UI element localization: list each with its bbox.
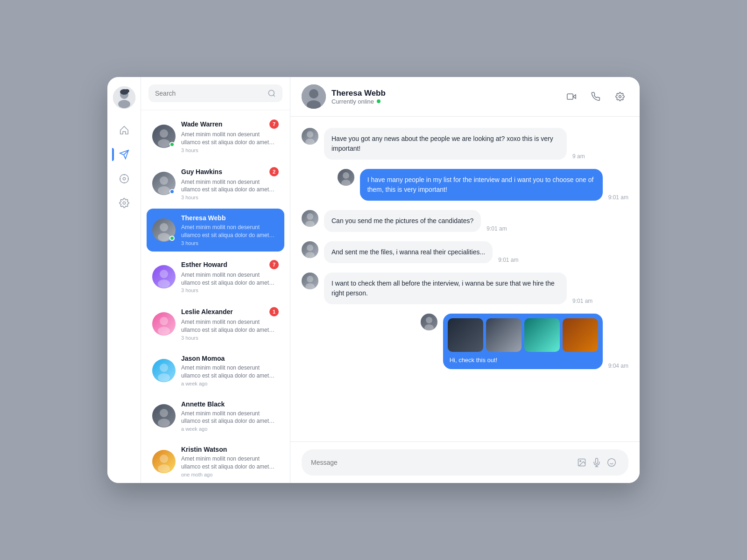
nav-home-btn[interactable]: [114, 120, 134, 140]
conv-item-header: Esther Howard 7: [181, 260, 279, 269]
conversation-item[interactable]: Kristin Watson Amet minim mollit non des…: [147, 440, 284, 483]
svg-point-2: [118, 100, 130, 108]
conv-preview: Amet minim mollit non deserunt ullamco e…: [181, 131, 279, 147]
svg-point-16: [158, 139, 170, 147]
conversation-item[interactable]: Theresa Webb Amet minim mollit non deser…: [147, 209, 284, 252]
search-bar: [141, 77, 290, 110]
app-container: Wade Warren 7 Amet minim mollit non dese…: [107, 77, 640, 483]
image-attach-btn[interactable]: [574, 455, 589, 470]
conv-body: Jason Momoa Amet minim mollit non deseru…: [181, 355, 279, 386]
svg-point-37: [158, 464, 170, 473]
conversation-item[interactable]: Leslie Alexander 1 Amet minim mollit non…: [147, 301, 284, 346]
conv-body: Theresa Webb Amet minim mollit non deser…: [181, 214, 279, 246]
conv-body: Guy Hawkins 2 Amet minim mollit non dese…: [181, 167, 279, 201]
messages-area: Have you got any news about the people w…: [290, 117, 640, 441]
msg-time: 9:04 am: [608, 363, 628, 369]
conv-name: Theresa Webb: [181, 214, 226, 222]
msg-time: 9:01 am: [498, 257, 518, 263]
svg-rect-42: [567, 94, 573, 99]
chat-settings-btn[interactable]: [612, 88, 628, 105]
msg-image-thumb: [524, 318, 560, 352]
search-icon: [268, 89, 276, 98]
unread-badge: 2: [269, 167, 279, 176]
conv-preview: Amet minim mollit non deserunt ullamco e…: [181, 271, 279, 287]
msg-image-thumb: [448, 318, 483, 352]
online-indicator: [169, 142, 175, 147]
conversation-item[interactable]: Guy Hawkins 2 Amet minim mollit non dese…: [147, 161, 284, 206]
video-call-btn[interactable]: [563, 88, 580, 105]
phone-call-btn[interactable]: [587, 88, 604, 105]
search-input[interactable]: [155, 90, 264, 97]
conversation-item[interactable]: Annette Black Amet minim mollit non dese…: [147, 395, 284, 438]
svg-point-36: [160, 455, 168, 463]
conversation-item[interactable]: Esther Howard 7 Amet minim mollit non de…: [147, 254, 284, 299]
nav-messages-btn[interactable]: [114, 144, 134, 165]
chat-input-bar: [290, 441, 640, 483]
conv-avatar-wrap: [152, 265, 176, 288]
svg-point-30: [160, 364, 168, 372]
conv-item-header: Theresa Webb: [181, 214, 279, 222]
svg-point-34: [158, 419, 170, 427]
unread-badge: 7: [269, 119, 279, 129]
msg-images-grid: [448, 318, 598, 352]
svg-point-11: [123, 202, 126, 204]
conv-body: Esther Howard 7 Amet minim mollit non de…: [181, 260, 279, 294]
message-input[interactable]: [311, 459, 574, 466]
conv-time: a week ago: [181, 381, 279, 386]
voice-btn[interactable]: [589, 455, 604, 470]
msg-avatar: [421, 314, 437, 330]
msg-bubble: Have you got any news about the people w…: [324, 128, 567, 160]
conv-time: a week ago: [181, 426, 279, 432]
conversation-item[interactable]: Wade Warren 7 Amet minim mollit non dese…: [147, 114, 284, 159]
msg-bubble: I have many people in my list for the in…: [360, 169, 603, 201]
svg-point-63: [580, 461, 581, 462]
svg-line-13: [273, 95, 275, 96]
unread-badge: 1: [269, 307, 279, 316]
msg-image-thumb: [563, 318, 598, 352]
msg-time: 9:01 am: [572, 298, 592, 304]
msg-avatar: [302, 128, 318, 145]
msg-avatar: [302, 273, 318, 289]
conv-body: Leslie Alexander 1 Amet minim mollit non…: [181, 307, 279, 341]
user-avatar[interactable]: [113, 86, 135, 109]
conv-avatar-wrap: [152, 218, 176, 242]
conv-item-header: Wade Warren 7: [181, 119, 279, 129]
svg-point-5: [120, 175, 128, 183]
message-row: Have you got any news about the people w…: [302, 128, 628, 160]
svg-point-19: [158, 186, 170, 195]
chat-input-wrap[interactable]: [302, 449, 628, 476]
svg-point-4: [125, 89, 129, 93]
conv-avatar: [152, 404, 176, 427]
conv-preview: Amet minim mollit non deserunt ullamco e…: [181, 410, 279, 426]
svg-point-31: [158, 373, 170, 382]
svg-point-66: [608, 459, 616, 467]
chat-main: Theresa Webb Currently online: [290, 77, 640, 483]
svg-point-57: [307, 276, 313, 282]
msg-avatar: [302, 241, 318, 258]
search-input-wrap[interactable]: [148, 84, 282, 102]
conv-name: Kristin Watson: [181, 446, 227, 453]
conv-item-header: Guy Hawkins 2: [181, 167, 279, 176]
conv-preview: Amet minim mollit non deserunt ullamco e…: [181, 178, 279, 194]
msg-images-bubble: Hi, check this out!: [443, 314, 603, 369]
nav-settings-btn[interactable]: [114, 193, 134, 213]
emoji-btn[interactable]: [604, 455, 619, 470]
conv-avatar-wrap: [152, 125, 176, 148]
conv-time: 3 hours: [181, 335, 279, 341]
conv-avatar-wrap: [152, 450, 176, 473]
conv-time: one moth ago: [181, 472, 279, 477]
svg-point-21: [160, 223, 168, 231]
chat-header-actions: [563, 88, 628, 105]
conv-avatar-wrap: [152, 359, 176, 382]
conv-item-header: Annette Black: [181, 400, 279, 408]
conv-name: Jason Momoa: [181, 355, 225, 362]
online-indicator: [169, 189, 175, 194]
conversation-item[interactable]: Jason Momoa Amet minim mollit non deseru…: [147, 349, 284, 392]
svg-point-43: [619, 96, 621, 98]
nav-explore-btn[interactable]: [114, 168, 134, 189]
conv-name: Esther Howard: [181, 261, 227, 268]
conv-preview: Amet minim mollit non deserunt ullamco e…: [181, 455, 279, 471]
msg-time: 9:01 am: [486, 225, 507, 232]
conversations-list: Wade Warren 7 Amet minim mollit non dese…: [141, 110, 290, 483]
conv-name: Guy Hawkins: [181, 168, 222, 175]
